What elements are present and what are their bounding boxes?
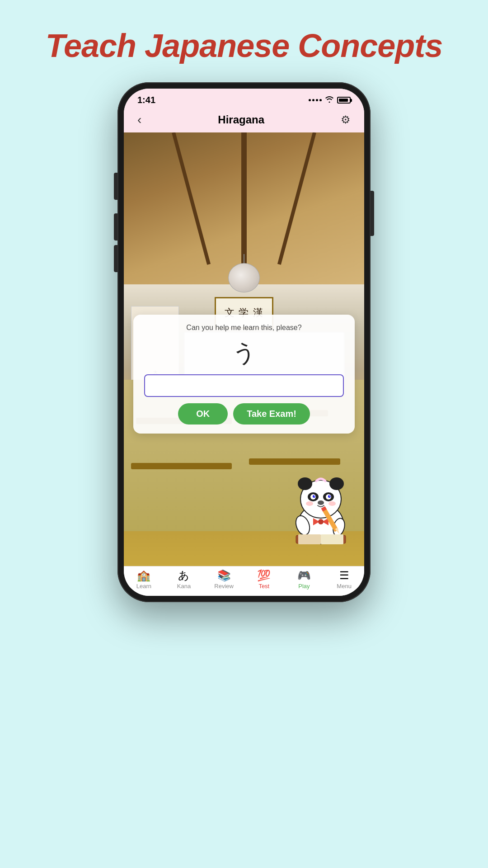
phone-screen: 1:41 (124, 89, 364, 596)
main-content: 文 学 漢 大 学 院 Can you help me lea (124, 132, 364, 566)
tab-test[interactable]: 💯 Test (248, 570, 280, 590)
status-bar: 1:41 (124, 89, 364, 109)
take-exam-button[interactable]: Take Exam! (233, 403, 310, 425)
status-icons (309, 96, 351, 104)
wifi-icon (325, 96, 333, 104)
tab-play[interactable]: 🎮 Play (288, 570, 320, 590)
svg-rect-23 (321, 534, 343, 544)
lantern (228, 254, 260, 290)
kana-icon: あ (178, 570, 189, 581)
nav-title: Hiragana (218, 113, 264, 126)
tab-review-label: Review (214, 583, 234, 590)
svg-point-10 (314, 495, 315, 496)
ok-button[interactable]: OK (178, 403, 228, 425)
dialog-buttons: OK Take Exam! (144, 403, 343, 425)
tab-menu-label: Menu (337, 583, 352, 590)
phone-shell: 1:41 (117, 82, 371, 602)
test-icon: 💯 (257, 570, 271, 581)
tab-menu[interactable]: ☰ Menu (328, 570, 360, 590)
lantern-cord (244, 254, 244, 263)
svg-point-9 (328, 495, 331, 498)
tab-bar: 🏫 Learn あ Kana 📚 Review 💯 Test 🎮 Play ☰ (124, 566, 364, 596)
review-icon: 📚 (217, 570, 231, 581)
tab-learn[interactable]: 🏫 Learn (128, 570, 160, 590)
dialog-character: う (144, 337, 343, 369)
answer-input[interactable] (144, 374, 343, 397)
status-time: 1:41 (137, 95, 155, 105)
page-title: Teach Japanese Concepts (46, 27, 443, 64)
svg-point-3 (329, 477, 344, 490)
beam-right (277, 132, 316, 265)
menu-icon: ☰ (339, 570, 349, 581)
svg-point-15 (318, 519, 324, 524)
nav-bar: ‹ Hiragana ⚙ (124, 109, 364, 132)
lantern-body (228, 263, 260, 292)
tab-kana-label: Kana (177, 583, 191, 590)
table-3 (131, 463, 232, 469)
svg-point-2 (298, 477, 312, 490)
dialog-question: Can you help me learn this, please? (144, 324, 343, 332)
svg-point-8 (313, 495, 315, 498)
tab-kana[interactable]: あ Kana (168, 570, 200, 590)
svg-point-11 (329, 495, 330, 496)
settings-button[interactable]: ⚙ (341, 113, 351, 126)
play-icon: 🎮 (297, 570, 311, 581)
tab-play-label: Play (298, 583, 310, 590)
tab-learn-label: Learn (136, 583, 151, 590)
panda-character (282, 454, 359, 544)
tab-review[interactable]: 📚 Review (208, 570, 240, 590)
battery-icon (337, 97, 351, 104)
back-button[interactable]: ‹ (137, 113, 141, 127)
svg-point-12 (318, 500, 324, 505)
svg-point-14 (328, 501, 336, 506)
svg-point-13 (306, 501, 313, 506)
svg-rect-22 (298, 534, 321, 544)
signal-icon (309, 99, 322, 101)
tab-test-label: Test (258, 583, 269, 590)
learn-icon: 🏫 (137, 570, 150, 581)
beam-left (172, 132, 211, 265)
dialog-overlay: Can you help me learn this, please? う OK… (133, 315, 354, 434)
